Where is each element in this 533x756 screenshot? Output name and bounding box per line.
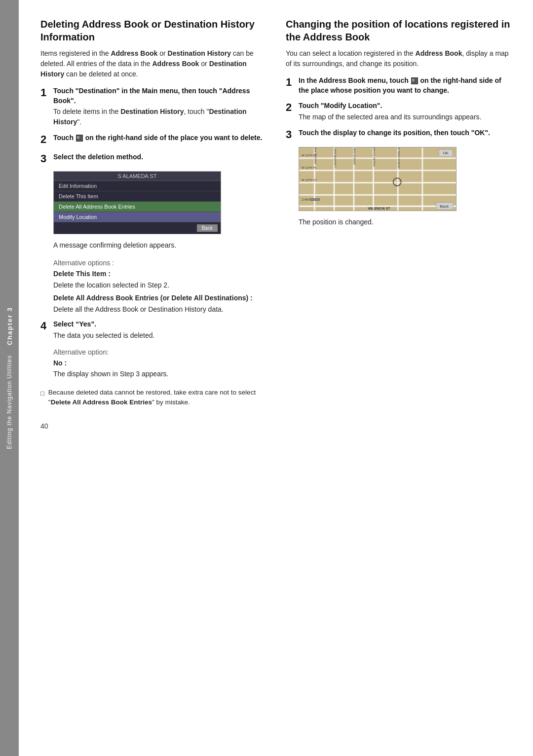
svg-text:2.4m: 2.4m xyxy=(302,198,309,201)
map-svg: ANSHIN AVE LAGROB AVE S VENLID AVE TAEND… xyxy=(299,147,456,211)
alt-option1-title: Delete This Item : xyxy=(53,268,266,279)
right-step-3-number: 3 xyxy=(286,128,297,141)
svg-rect-1 xyxy=(299,157,456,159)
step-4-title: Select “Yes”. xyxy=(53,320,266,329)
left-column: Deleting Address Book or Destination His… xyxy=(40,18,266,736)
menu-item-delete-all: Delete All Address Book Entries xyxy=(54,202,221,212)
step-4-body: The data you selected is deleted. xyxy=(53,330,266,341)
map-caption: The position is changed. xyxy=(299,217,511,227)
screenshot-back-button[interactable]: Back xyxy=(197,224,218,232)
step-1-title: Touch "Destination" in the Main menu, th… xyxy=(53,86,266,106)
left-section-title: Deleting Address Book or Destination His… xyxy=(40,18,266,43)
right-column: Changing the position of locations regis… xyxy=(286,18,511,736)
note-icon: □ xyxy=(40,389,44,398)
alt-option2-title: Delete All Address Book Entries (or Dele… xyxy=(53,292,266,303)
right-step-2: 2 Touch "Modify Location". The map of th… xyxy=(286,101,511,122)
left-section-intro: Items registered in the Address Book or … xyxy=(40,48,266,79)
svg-rect-23 xyxy=(310,199,320,201)
svg-text:LAGROB AVE S: LAGROB AVE S xyxy=(334,147,337,167)
alt-option2-body: Delete all the Address Book or Destinati… xyxy=(53,304,266,315)
step-3: 3 Select the deletion method. xyxy=(40,152,266,165)
menu-icon-2 xyxy=(411,77,418,84)
alt2-option-title: No : xyxy=(53,358,266,368)
svg-text:W 11TH PL: W 11TH PL xyxy=(302,166,317,169)
step-2-number: 2 xyxy=(40,133,51,146)
svg-text:VALENCIA ST: VALENCIA ST xyxy=(368,207,390,210)
right-step-3-title: Touch the display to change its position… xyxy=(299,128,511,138)
svg-rect-4 xyxy=(299,194,456,196)
right-step-1-number: 1 xyxy=(286,76,297,89)
step-4: 4 Select “Yes”. The data you selected is… xyxy=(40,320,266,341)
note-text: Because deleted data cannot be restored,… xyxy=(48,388,266,408)
svg-text:W 11TH ST: W 11TH ST xyxy=(302,154,317,157)
svg-rect-3 xyxy=(299,182,456,183)
screenshot-footer: Back xyxy=(54,222,221,234)
main-content: Deleting Address Book or Destination His… xyxy=(19,0,533,756)
svg-text:Back: Back xyxy=(440,204,449,209)
alt2-label: Alternative option: xyxy=(53,347,266,358)
menu-item-edit: Edit Information xyxy=(54,181,221,191)
right-section-intro: You can select a location registered in … xyxy=(286,48,511,69)
svg-text:OK: OK xyxy=(443,151,449,155)
step-3-number: 3 xyxy=(40,152,51,165)
sidebar: Chapter 3 Editing the Navigation Utiliti… xyxy=(0,0,19,756)
right-step-2-body: The map of the selected area and its sur… xyxy=(299,112,511,122)
alt2-option-body: The display shown in Step 3 appears. xyxy=(53,368,266,379)
alt-options-2: Alternative option: No : The display sho… xyxy=(53,347,266,380)
page-number: 40 xyxy=(40,422,266,430)
map-screenshot: ANSHIN AVE LAGROB AVE S VENLID AVE TAEND… xyxy=(299,147,457,211)
screenshot-header: S ALAMEDA ST xyxy=(54,172,221,181)
svg-text:TAEND TO AVE: TAEND TO AVE xyxy=(373,147,376,167)
alt-options: Alternative options : Delete This Item :… xyxy=(53,257,266,315)
svg-rect-11 xyxy=(421,148,423,212)
right-step-2-title: Touch "Modify Location". xyxy=(299,101,511,111)
step-3-title: Select the deletion method. xyxy=(53,152,266,162)
note-box: □ Because deleted data cannot be restore… xyxy=(40,388,266,408)
alt-option1-body: Delete the location selected in Step 2. xyxy=(53,280,266,290)
screenshot-menu-items: Edit Information Delete This Item Delete… xyxy=(54,181,221,222)
svg-rect-0 xyxy=(299,148,456,212)
step-4-number: 4 xyxy=(40,320,51,332)
sidebar-subtitle: Editing the Navigation Utilities xyxy=(6,355,13,449)
svg-text:VENLID AVE: VENLID AVE xyxy=(353,148,356,165)
step-1: 1 Touch "Destination" in the Main menu, … xyxy=(40,86,266,127)
right-step-1: 1 In the Address Book menu, touch on the… xyxy=(286,76,511,95)
screenshot-menu: S ALAMEDA ST Edit Information Delete Thi… xyxy=(53,171,221,234)
svg-text:ARBAN HIRE AVE: ARBAN HIRE AVE xyxy=(397,147,400,169)
sidebar-chapter: Chapter 3 xyxy=(6,307,13,345)
right-step-1-title: In the Address Book menu, touch on the r… xyxy=(299,76,511,95)
alt-label: Alternative options : xyxy=(53,257,266,268)
screenshot-caption: A message confirming deletion appears. xyxy=(53,240,266,251)
right-step-3: 3 Touch the display to change its positi… xyxy=(286,128,511,141)
right-section-title: Changing the position of locations regis… xyxy=(286,18,511,43)
step-1-number: 1 xyxy=(40,86,51,99)
svg-rect-2 xyxy=(299,170,456,171)
step-1-body: To delete items in the Destination Histo… xyxy=(53,107,266,127)
svg-text:W 12TH ST: W 12TH ST xyxy=(302,179,317,181)
menu-item-modify: Modify Location xyxy=(54,212,221,222)
right-step-2-number: 2 xyxy=(286,101,297,114)
step-2-title: Touch on the right-hand side of the plac… xyxy=(53,133,266,143)
menu-item-delete: Delete This Item xyxy=(54,191,221,202)
step-2: 2 Touch on the right-hand side of the pl… xyxy=(40,133,266,146)
menu-icon xyxy=(76,135,83,142)
